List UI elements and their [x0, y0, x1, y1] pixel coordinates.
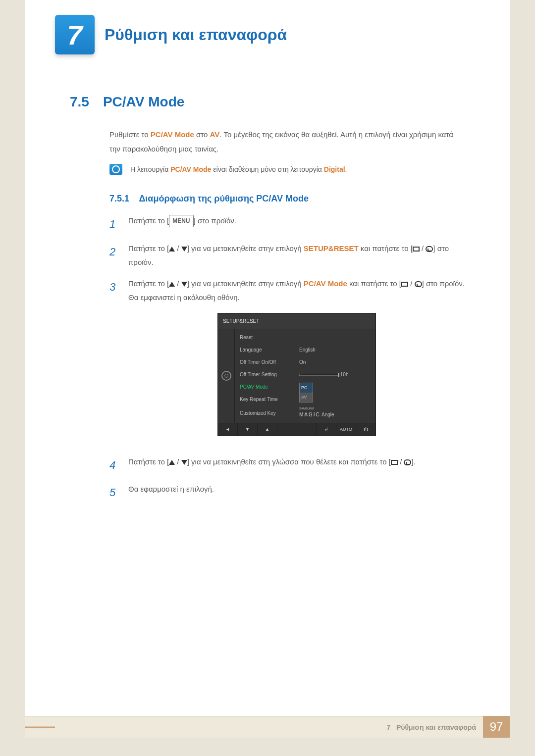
- intro-highlight-1: PC/AV Mode: [151, 130, 194, 139]
- section-heading: 7.5 PC/AV Mode: [70, 94, 465, 110]
- osd-footer-power-icon: ⏻: [356, 423, 375, 436]
- arrow-down-icon: [181, 460, 187, 465]
- enter-icon: [426, 246, 433, 252]
- section-7-5: 7.5 PC/AV Mode Ρυθμίστε το PC/AV Mode στ…: [25, 54, 510, 503]
- step-number: 2: [109, 242, 118, 270]
- section-title: PC/AV Mode: [103, 94, 184, 110]
- arrow-up-icon: [169, 247, 175, 252]
- osd-sidebar: [218, 329, 235, 423]
- step-1: 1 Πατήστε το [MENU] στο προϊόν.: [109, 214, 465, 235]
- osd-menu: SETUP&RESET Reset: [217, 313, 376, 436]
- step-3: 3 Πατήστε το [ / ] για να μετακινηθείτε …: [109, 277, 465, 448]
- osd-dropdown: PC AV: [299, 383, 313, 403]
- arrow-down-icon: [181, 282, 187, 287]
- enter-icon: [404, 459, 411, 465]
- gear-icon: [221, 371, 231, 381]
- osd-row-language: Language : English: [235, 344, 375, 356]
- osd-footer-auto: AUTO: [336, 423, 356, 436]
- chapter-title: Ρύθμιση και επαναφορά: [105, 26, 287, 44]
- subsection-heading: 7.5.1 Διαμόρφωση της ρύθμισης PC/AV Mode: [109, 194, 465, 204]
- step-number: 4: [109, 455, 118, 476]
- menu-button-icon: MENU: [169, 215, 193, 227]
- section-number: 7.5: [70, 94, 89, 110]
- page-footer: 7 Ρύθμιση και επαναφορά 97: [25, 716, 510, 738]
- osd-row-offtimer-setting: Off Timer Setting : 10h: [235, 368, 375, 381]
- arrow-up-icon: [169, 282, 175, 287]
- chapter-number: 7: [67, 19, 82, 51]
- osd-row-pcav: PC/AV Mode : PC AV: [235, 381, 375, 393]
- note-icon: [109, 164, 122, 175]
- subsection-number: 7.5.1: [109, 194, 129, 203]
- step-5: 5 Θα εφαρμοστεί η επιλογή.: [109, 482, 465, 503]
- section-intro: Ρυθμίστε το PC/AV Mode στο AV. Το μέγεθο…: [109, 128, 465, 156]
- chapter-number-badge: 7: [55, 15, 95, 54]
- page-number: 97: [483, 716, 510, 738]
- rect-icon: [413, 247, 420, 252]
- osd-footer: ◄ ▼ ▲ ↲ AUTO ⏻: [218, 423, 375, 436]
- step-4: 4 Πατήστε το [ / ] για να μετακινηθείτε …: [109, 455, 465, 476]
- rect-icon: [401, 282, 408, 287]
- osd-row-customkey: Customized Key : SAMSUNG MAGIC Angle: [235, 405, 375, 421]
- step-2: 2 Πατήστε το [ / ] για να μετακινηθείτε …: [109, 242, 465, 270]
- step-list: 1 Πατήστε το [MENU] στο προϊόν. 2 Πατήστ…: [109, 214, 465, 503]
- chapter-header: 7 Ρύθμιση και επαναφορά: [25, 0, 510, 54]
- osd-row-offtimer: Off Timer On/Off : On: [235, 356, 375, 368]
- step-number: 3: [109, 277, 118, 448]
- step-number: 1: [109, 214, 118, 235]
- footer-chapter-ref: 7 Ρύθμιση και επαναφορά: [25, 716, 483, 738]
- slider-icon: [299, 374, 339, 376]
- note-text: Η λειτουργία PC/AV Mode είναι διαθέσιμη …: [130, 164, 347, 176]
- osd-footer-down-icon: ▼: [238, 423, 258, 436]
- subsection-title: Διαμόρφωση της ρύθμισης PC/AV Mode: [139, 194, 309, 203]
- intro-highlight-2: AV: [210, 130, 220, 139]
- note-row: Η λειτουργία PC/AV Mode είναι διαθέσιμη …: [109, 164, 465, 176]
- arrow-down-icon: [181, 247, 187, 252]
- step-number: 5: [109, 482, 118, 503]
- osd-footer-up-icon: ▲: [258, 423, 277, 436]
- osd-footer-back-icon: ◄: [218, 423, 238, 436]
- arrow-up-icon: [169, 460, 175, 465]
- rect-icon: [391, 460, 398, 465]
- osd-row-reset: Reset: [235, 331, 375, 344]
- osd-title: SETUP&RESET: [218, 313, 375, 329]
- osd-footer-enter-icon: ↲: [317, 423, 336, 436]
- enter-icon: [415, 281, 422, 287]
